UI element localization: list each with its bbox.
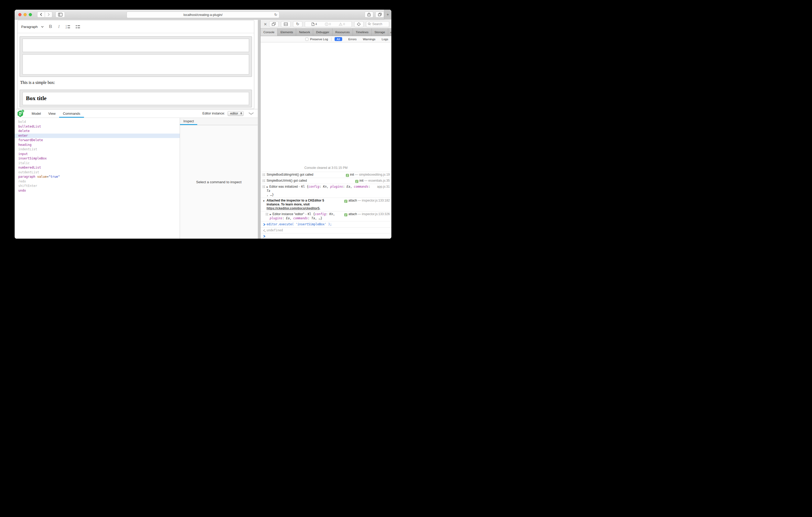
console-row-prompt[interactable] (261, 233, 392, 239)
devtools-tab-resources[interactable]: Resources (332, 29, 353, 36)
editor-editable-area[interactable]: This is a simple box: Box title (18, 33, 254, 108)
command-item[interactable]: enter (14, 133, 180, 138)
numbered-list-button[interactable]: 1 2 (66, 25, 70, 29)
minimize-window-button[interactable] (24, 13, 27, 16)
more-tabs-icon[interactable]: » (388, 29, 392, 36)
command-item[interactable]: delete (14, 129, 180, 133)
filter-option-errors[interactable]: Errors (348, 38, 356, 41)
console-row-input: editor.execute( 'insertSimpleBox' ); (261, 221, 392, 227)
activity-summary[interactable]: 4 0 0 (305, 21, 352, 27)
command-item[interactable]: italic (14, 161, 180, 166)
paragraph-text[interactable]: This is a simple box: (20, 80, 252, 85)
divider (331, 37, 331, 41)
reload-page-button[interactable]: ↻ (293, 21, 302, 27)
console-row-log[interactable]: ▶Editor was initialized – Kl {config: Kn… (261, 184, 392, 197)
disclosure-closed-icon[interactable]: ▶ (270, 213, 271, 216)
disclosure-closed-icon[interactable]: ▶ (267, 186, 268, 188)
command-item[interactable]: redo (14, 179, 180, 184)
safari-window: localhost/creating-a-plugin/ ↻ (14, 10, 392, 239)
filter-option-warnings[interactable]: Warnings (363, 38, 375, 41)
reload-icon: ↻ (296, 22, 299, 26)
console-message-text: Attached the inspector to a CKEditor 5in… (267, 199, 342, 210)
sidebar-toggle-button[interactable] (55, 11, 65, 18)
console-row-log[interactable]: ▶Editor instance "editor" – Kl {config: … (261, 211, 392, 221)
command-item[interactable]: forwardDelete (14, 138, 180, 143)
editor-instance-label: Editor instance: (202, 112, 225, 115)
new-tab-button[interactable]: + (384, 10, 392, 20)
devtools-tab-debugger[interactable]: Debugger (313, 29, 332, 36)
console-source-location[interactable]: fattach — inspector.js:133:182 (344, 199, 390, 203)
checkbox-icon[interactable] (305, 38, 309, 41)
error-count[interactable]: 0 (325, 23, 331, 26)
simple-box-title-field[interactable]: Box title (23, 92, 249, 105)
share-button[interactable] (365, 11, 373, 18)
filter-option-all[interactable]: All (335, 37, 342, 41)
collapse-inspector-button[interactable] (248, 112, 254, 115)
browser-titlebar: localhost/creating-a-plugin/ ↻ (14, 10, 392, 20)
devtools-tab-network[interactable]: Network (296, 29, 313, 36)
bulleted-list-button[interactable] (76, 25, 80, 29)
tab-overview-button[interactable] (375, 11, 384, 18)
devtools-search-field[interactable]: Search (366, 21, 389, 27)
command-item[interactable]: insertSimpleBox (14, 156, 180, 161)
chevron-down-icon (41, 26, 44, 28)
simple-box-description-field[interactable] (23, 54, 249, 74)
inspector-tab-commands[interactable]: Commands (59, 109, 84, 118)
command-item[interactable]: outdentList (14, 170, 180, 175)
devtools-tab-elements[interactable]: Elements (278, 29, 296, 36)
split-console-button[interactable] (281, 21, 290, 27)
share-icon (367, 12, 371, 17)
console-source-location[interactable]: fattach — inspector.js:133:326 (344, 212, 390, 216)
inspector-tab-model[interactable]: Model (28, 109, 45, 118)
search-placeholder: Search (372, 22, 382, 26)
back-button[interactable] (37, 11, 45, 18)
devtools-tab-timelines[interactable]: Timelines (353, 29, 372, 36)
console-source-location[interactable]: finit — simpleboxediting.js:19 (346, 173, 390, 177)
page-resources-count[interactable]: 4 (312, 23, 317, 26)
console-row-expanded[interactable]: ▼Attached the inspector to a CKEditor 5i… (261, 197, 392, 211)
devtools-tab-storage[interactable]: Storage (372, 29, 388, 36)
console-source-location[interactable]: finit — essentials.js:35 (355, 179, 390, 183)
simple-box-widget[interactable]: Box title (20, 90, 252, 108)
close-devtools-button[interactable]: ✕ (264, 22, 267, 26)
zoom-window-button[interactable] (29, 13, 32, 16)
command-item[interactable]: bold (14, 120, 180, 124)
command-item[interactable]: paragraph value="true" (14, 175, 180, 179)
log-icon (263, 179, 267, 182)
back-icon (40, 13, 42, 16)
dock-side-button[interactable] (269, 21, 279, 27)
heading-dropdown[interactable]: Paragraph (21, 25, 44, 29)
command-item[interactable]: bulletedList (14, 124, 180, 129)
preserve-log-toggle[interactable]: Preserve Log (305, 38, 328, 41)
forward-button[interactable] (45, 11, 52, 18)
pane-splitter[interactable] (258, 20, 261, 239)
box-title-text[interactable]: Box title (26, 95, 245, 102)
duplicate-icon (272, 22, 276, 26)
command-item[interactable]: indentList (14, 147, 180, 152)
tab-inspect[interactable]: Inspect (180, 118, 197, 125)
devtools-tab-console[interactable]: Console (261, 29, 278, 36)
console-source-location[interactable]: app.js:31 (377, 185, 390, 189)
plus-icon: + (387, 12, 389, 17)
crosshair-icon (357, 22, 361, 26)
command-item[interactable]: numberedList (14, 165, 180, 170)
bold-button[interactable]: B (49, 24, 52, 29)
ckeditor-logo-icon: 5 (17, 110, 23, 117)
simple-box-title-field[interactable] (23, 39, 249, 52)
element-picker-button[interactable] (354, 21, 364, 27)
console-message-text: SimpleBoxUI#init() got called (267, 179, 353, 183)
command-item[interactable]: input (14, 152, 180, 157)
filter-option-logs[interactable]: Logs (382, 38, 388, 41)
disclosure-open-icon: ▼ (263, 199, 267, 203)
command-item[interactable]: heading (14, 143, 180, 147)
inspector-tab-view[interactable]: View (45, 109, 59, 118)
command-item[interactable]: undo (14, 188, 180, 193)
address-bar[interactable]: localhost/creating-a-plugin/ ↻ (126, 11, 280, 18)
warning-count[interactable]: 0 (339, 23, 345, 26)
close-window-button[interactable] (18, 13, 22, 16)
reload-icon[interactable]: ↻ (274, 12, 277, 17)
command-item[interactable]: shiftEnter (14, 184, 180, 188)
editor-instance-select[interactable]: editor (228, 111, 243, 116)
simple-box-widget-empty[interactable] (20, 36, 252, 77)
italic-button[interactable]: I (57, 24, 60, 29)
